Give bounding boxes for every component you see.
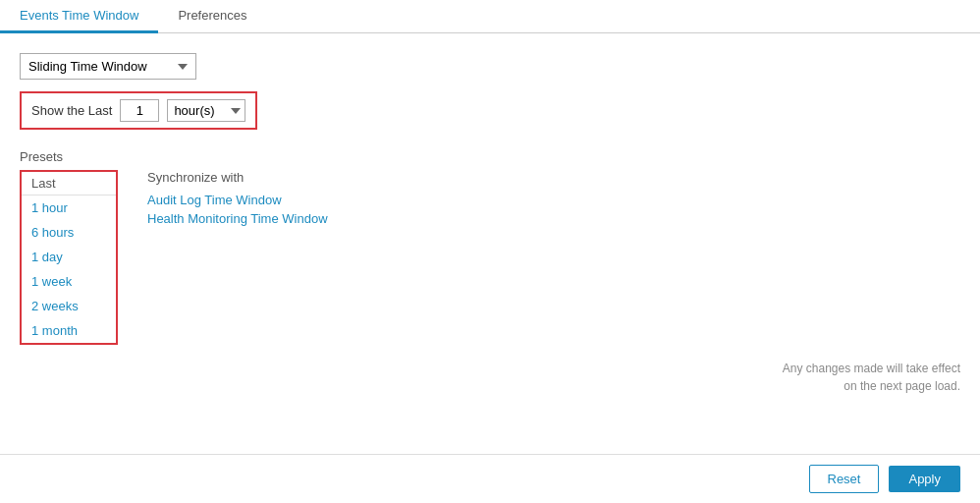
presets-last-header: Last xyxy=(22,172,116,196)
time-window-mode-row: Sliding Time Window Fixed Time Window xyxy=(20,53,960,80)
tab-events-time-window[interactable]: Events Time Window xyxy=(0,0,158,33)
time-window-mode-select[interactable]: Sliding Time Window Fixed Time Window xyxy=(20,53,196,80)
sync-section: Synchronize with Audit Log Time Window H… xyxy=(147,170,328,345)
preset-item-1week[interactable]: 1 week xyxy=(22,269,116,294)
preset-item-1month[interactable]: 1 month xyxy=(22,318,116,343)
footer: Reset Apply xyxy=(0,454,980,503)
tab-bar: Events Time Window Preferences xyxy=(0,0,980,33)
reset-button[interactable]: Reset xyxy=(809,465,880,493)
sync-link-health[interactable]: Health Monitoring Time Window xyxy=(147,211,328,226)
show-last-label: Show the Last xyxy=(31,103,112,118)
sync-link-audit[interactable]: Audit Log Time Window xyxy=(147,193,328,207)
unit-select[interactable]: hour(s) day(s) week(s) month(s) xyxy=(167,99,245,122)
sync-label: Synchronize with xyxy=(147,170,328,185)
show-last-input[interactable] xyxy=(120,99,159,122)
preset-item-6hours[interactable]: 6 hours xyxy=(22,220,116,245)
main-content: Sliding Time Window Fixed Time Window Sh… xyxy=(0,33,980,454)
presets-box: Last 1 hour 6 hours 1 day 1 week 2 weeks… xyxy=(20,170,118,345)
preset-item-2weeks[interactable]: 2 weeks xyxy=(22,294,116,318)
apply-button[interactable]: Apply xyxy=(889,466,960,492)
preset-item-1day[interactable]: 1 day xyxy=(22,245,116,269)
presets-list: 1 hour 6 hours 1 day 1 week 2 weeks 1 mo… xyxy=(22,196,116,343)
show-last-box: Show the Last hour(s) day(s) week(s) mon… xyxy=(20,91,257,130)
presets-top-label: Presets xyxy=(20,149,960,164)
notice-text: Any changes made will take effect on the… xyxy=(783,360,960,395)
tab-preferences[interactable]: Preferences xyxy=(158,0,266,33)
presets-full-section: Presets Last 1 hour 6 hours 1 day 1 week… xyxy=(20,149,960,345)
preset-item-1hour[interactable]: 1 hour xyxy=(22,196,116,220)
presets-inner: Last 1 hour 6 hours 1 day 1 week 2 weeks… xyxy=(20,170,960,345)
